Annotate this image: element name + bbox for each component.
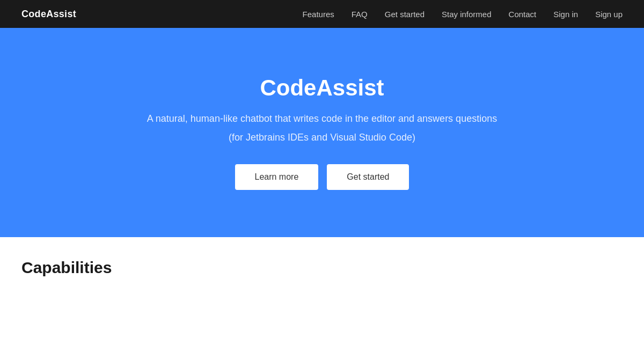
- hero-subtitle-2: (for Jetbrains IDEs and Visual Studio Co…: [229, 130, 415, 145]
- nav-features[interactable]: Features: [303, 10, 334, 19]
- hero-buttons: Learn more Get started: [235, 164, 409, 190]
- nav-stay-informed[interactable]: Stay informed: [442, 10, 492, 19]
- nav-links: Features FAQ Get started Stay informed C…: [303, 10, 623, 19]
- hero-title: CodeAssist: [260, 75, 384, 101]
- get-started-button[interactable]: Get started: [327, 164, 409, 190]
- brand-logo[interactable]: CodeAssist: [21, 9, 76, 20]
- navbar: CodeAssist Features FAQ Get started Stay…: [0, 0, 644, 28]
- nav-faq[interactable]: FAQ: [352, 10, 368, 19]
- nav-get-started[interactable]: Get started: [385, 10, 425, 19]
- capabilities-title: Capabilities: [21, 259, 623, 277]
- nav-sign-in[interactable]: Sign in: [553, 10, 578, 19]
- below-hero-section: Capabilities: [0, 237, 644, 338]
- hero-subtitle: A natural, human-like chatbot that write…: [147, 112, 497, 126]
- learn-more-button[interactable]: Learn more: [235, 164, 319, 190]
- nav-sign-up[interactable]: Sign up: [595, 10, 623, 19]
- hero-section: CodeAssist A natural, human-like chatbot…: [0, 28, 644, 237]
- nav-contact[interactable]: Contact: [509, 10, 537, 19]
